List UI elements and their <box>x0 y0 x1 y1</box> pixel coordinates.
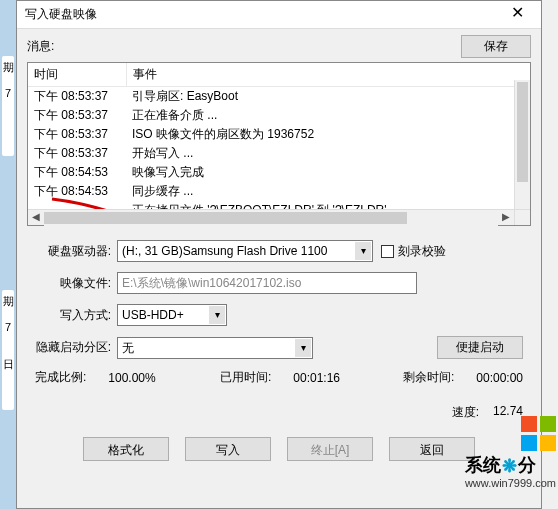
log-cell-event: 正在准备介质 ... <box>126 106 530 125</box>
percent-label: 完成比例: <box>35 369 90 386</box>
titlebar: 写入硬盘映像 ✕ <box>17 1 541 29</box>
log-panel: 时间 事件 下午 08:53:37引导扇区: EasyBoot下午 08:53:… <box>27 62 531 226</box>
format-button[interactable]: 格式化 <box>83 437 169 461</box>
log-row: 下午 08:53:37引导扇区: EasyBoot <box>28 87 530 107</box>
verify-checkbox[interactable]: 刻录校验 <box>381 243 446 260</box>
log-cell-event: 引导扇区: EasyBoot <box>126 87 530 107</box>
write-button[interactable]: 写入 <box>185 437 271 461</box>
log-cell-event: 开始写入 ... <box>126 144 530 163</box>
log-cell-time: 下午 08:53:37 <box>28 144 126 163</box>
drive-label: 硬盘驱动器: <box>35 243 117 260</box>
speed-label: 速度: <box>452 404 479 421</box>
verify-label: 刻录校验 <box>398 243 446 260</box>
method-value: USB-HDD+ <box>122 305 184 325</box>
log-row: 下午 08:54:53同步缓存 ... <box>28 182 530 201</box>
speed-value: 12.74 <box>493 404 523 421</box>
bg-text: 期 7 <box>2 56 14 156</box>
log-header-time[interactable]: 时间 <box>28 63 126 87</box>
log-row: 下午 08:53:37ISO 映像文件的扇区数为 1936752 <box>28 125 530 144</box>
drive-select[interactable]: (H:, 31 GB)Samsung Flash Drive 1100 ▾ <box>117 240 373 262</box>
save-button[interactable]: 保存 <box>461 35 531 58</box>
drive-value: (H:, 31 GB)Samsung Flash Drive 1100 <box>122 241 327 261</box>
hidden-select[interactable]: 无 ▾ <box>117 337 313 359</box>
log-cell-time: 下午 08:53:37 <box>28 125 126 144</box>
vertical-scrollbar[interactable] <box>514 80 530 209</box>
scroll-corner <box>514 209 530 225</box>
image-path-field[interactable]: E:\系统\镜像\win10642017102.iso <box>117 272 417 294</box>
bg-text: 期 7 日 <box>2 290 14 410</box>
log-cell-event: 映像写入完成 <box>126 163 530 182</box>
log-cell-event: 同步缓存 ... <box>126 182 530 201</box>
window-title: 写入硬盘映像 <box>25 6 97 23</box>
log-cell-time: 下午 08:53:37 <box>28 106 126 125</box>
dialog-window: 写入硬盘映像 ✕ 消息: 保存 时间 事件 下午 08:53:37引导扇区: E… <box>16 0 542 509</box>
log-row: 下午 08:53:37正在准备介质 ... <box>28 106 530 125</box>
elapsed-value: 00:01:16 <box>293 371 340 385</box>
log-row: 下午 08:53:37开始写入 ... <box>28 144 530 163</box>
log-cell-event: ISO 映像文件的扇区数为 1936752 <box>126 125 530 144</box>
method-label: 写入方式: <box>35 307 117 324</box>
log-cell-time: 下午 08:53:37 <box>28 87 126 107</box>
log-row: 下午 08:54:53映像写入完成 <box>28 163 530 182</box>
chevron-down-icon: ▾ <box>209 306 225 324</box>
back-button[interactable]: 返回 <box>389 437 475 461</box>
chevron-down-icon: ▾ <box>355 242 371 260</box>
checkbox-box <box>381 245 394 258</box>
scroll-right-icon[interactable]: ▶ <box>498 210 514 226</box>
remain-value: 00:00:00 <box>476 371 523 385</box>
method-select[interactable]: USB-HDD+ ▾ <box>117 304 227 326</box>
elapsed-label: 已用时间: <box>220 369 275 386</box>
log-header-event[interactable]: 事件 <box>126 63 530 87</box>
close-button[interactable]: ✕ <box>497 2 537 28</box>
remain-label: 剩余时间: <box>403 369 458 386</box>
log-cell-time: 下午 08:54:53 <box>28 163 126 182</box>
scroll-left-icon[interactable]: ◀ <box>28 210 44 226</box>
chevron-down-icon: ▾ <box>295 339 311 357</box>
percent-value: 100.00% <box>108 371 155 385</box>
log-cell-time: 下午 08:54:53 <box>28 182 126 201</box>
hidden-label: 隐藏启动分区: <box>35 339 117 356</box>
message-label: 消息: <box>27 38 54 55</box>
hidden-value: 无 <box>122 338 134 358</box>
horizontal-scrollbar[interactable]: ◀ ▶ <box>28 209 514 225</box>
abort-button: 终止[A] <box>287 437 373 461</box>
quick-boot-button[interactable]: 便捷启动 <box>437 336 523 359</box>
image-label: 映像文件: <box>35 275 117 292</box>
background-strip: 期 7 期 7 日 <box>0 0 16 509</box>
image-path-value: E:\系统\镜像\win10642017102.iso <box>122 273 301 293</box>
